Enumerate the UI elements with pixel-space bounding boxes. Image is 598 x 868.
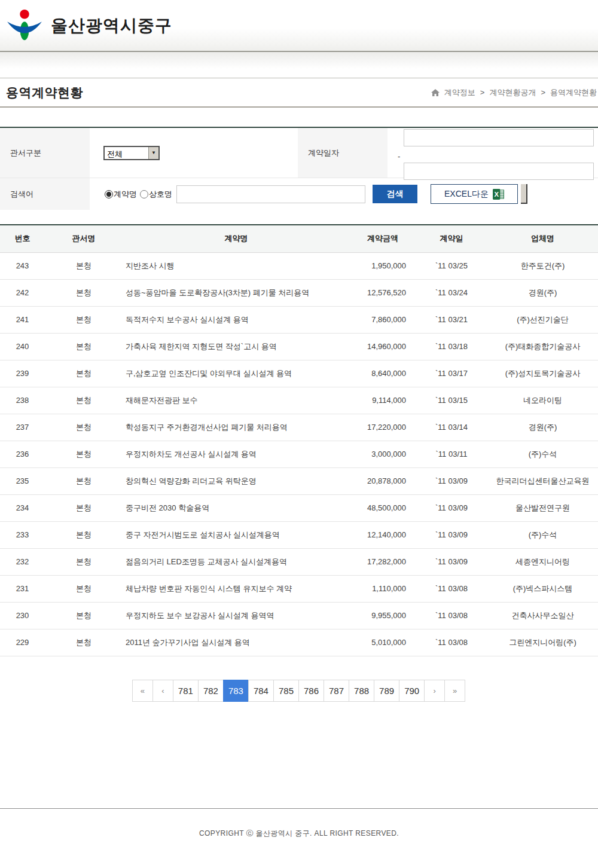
page-789[interactable]: 789 xyxy=(374,680,399,702)
cell-amount: 7,860,000 xyxy=(350,306,416,333)
table-row: 229본청2011년 숲가꾸기사업 실시설계 용역5,010,000`11 03… xyxy=(0,629,598,656)
keyword-input[interactable] xyxy=(176,185,365,203)
radio-company-name-option[interactable]: 상호명 xyxy=(140,189,172,200)
search-button[interactable]: 검색 xyxy=(373,185,417,203)
radio-company-name[interactable] xyxy=(140,190,148,198)
date-from-input[interactable] xyxy=(404,129,594,146)
cell-no: 241 xyxy=(0,306,45,333)
cell-date: `11 03/21 xyxy=(416,306,487,333)
page-788[interactable]: 788 xyxy=(349,680,374,702)
cell-company: (주)선진기술단 xyxy=(487,306,598,333)
radio-contract-name-option[interactable]: 계약명 xyxy=(105,189,137,200)
office-select-cell: 전체 ▼ xyxy=(90,128,298,178)
radio-contract-name[interactable] xyxy=(105,190,113,198)
cell-date: `11 03/17 xyxy=(416,360,487,387)
cell-amount: 14,960,000 xyxy=(350,333,416,360)
table-header-row: 번호 관서명 계약명 계약금액 계약일 업체명 xyxy=(0,225,598,252)
cell-date: `11 03/18 xyxy=(416,333,487,360)
excel-download-label: EXCEL다운 xyxy=(444,189,489,200)
breadcrumb-separator: > xyxy=(541,88,545,97)
cell-date: `11 03/15 xyxy=(416,387,487,414)
cell-contract-name: 가축사육 제한지역 지형도면 작성`고시 용역 xyxy=(123,333,350,360)
cell-company: (주)수석 xyxy=(487,441,598,467)
col-header-no: 번호 xyxy=(0,225,45,252)
page-785[interactable]: 785 xyxy=(273,680,299,702)
date-to-input[interactable] xyxy=(404,163,594,180)
cell-office: 본청 xyxy=(45,279,123,306)
cell-contract-name: 학성동지구 주거환경개선사업 폐기물 처리용역 xyxy=(123,414,350,441)
cell-company: 울산발전연구원 xyxy=(487,494,598,521)
excel-download-button[interactable]: EXCEL다운 X xyxy=(431,184,518,204)
cell-amount: 8,640,000 xyxy=(350,360,416,387)
cell-amount: 5,010,000 xyxy=(350,629,416,656)
office-select[interactable]: 전체 ▼ xyxy=(103,146,160,160)
excel-icon: X xyxy=(493,189,504,200)
page-787[interactable]: 787 xyxy=(324,680,349,702)
cell-company: 경원(주) xyxy=(487,414,598,441)
cell-no: 235 xyxy=(0,467,45,494)
cell-amount: 20,878,000 xyxy=(350,467,416,494)
cell-date: `11 03/08 xyxy=(416,575,487,602)
table-row: 235본청창의혁신 역량강화 리더교육 위탁운영20,878,000`11 03… xyxy=(0,467,598,494)
cell-amount: 1,110,000 xyxy=(350,575,416,602)
date-range: - xyxy=(404,129,594,180)
cell-amount: 1,950,000 xyxy=(350,252,416,279)
cell-amount: 48,500,000 xyxy=(350,494,416,521)
cell-contract-name: 창의혁신 역량강화 리더교육 위탁운영 xyxy=(123,467,350,494)
cell-no: 237 xyxy=(0,414,45,441)
breadcrumb-item-contract-info[interactable]: 계약정보 xyxy=(444,87,475,98)
breadcrumb-item-status-open[interactable]: 계약현황공개 xyxy=(489,87,536,98)
table-row: 236본청우정지하차도 개선공사 실시설계 용역3,000,000`11 03/… xyxy=(0,441,598,467)
cell-no: 229 xyxy=(0,629,45,656)
select-arrow-icon[interactable]: ▼ xyxy=(148,147,158,159)
col-header-amount: 계약금액 xyxy=(350,225,416,252)
cell-date: `11 03/14 xyxy=(416,414,487,441)
page-786[interactable]: 786 xyxy=(298,680,324,702)
page-782[interactable]: 782 xyxy=(198,680,224,702)
cell-date: `11 03/09 xyxy=(416,521,487,548)
keyword-radio-group: 계약명 상호명 xyxy=(105,189,176,200)
table-row: 237본청학성동지구 주거환경개선사업 폐기물 처리용역17,220,000`1… xyxy=(0,414,598,441)
filter-row-2: 검색어 계약명 상호명 검색 EXCEL다운 xyxy=(0,178,598,210)
cell-date: `11 03/09 xyxy=(416,467,487,494)
table-row: 239본청구,삼호교옆 인조잔디및 야외무대 실시설계 용역8,640,000`… xyxy=(0,360,598,387)
page-784[interactable]: 784 xyxy=(248,680,274,702)
office-type-label: 관서구분 xyxy=(0,128,90,178)
city-emblem-icon xyxy=(6,9,43,42)
col-header-date: 계약일 xyxy=(416,225,487,252)
contract-date-label: 계약일자 xyxy=(298,128,388,178)
home-icon xyxy=(431,89,440,96)
cell-contract-name: 체납차량 번호판 자동인식 시스템 유지보수 계약 xyxy=(123,575,350,602)
page-781[interactable]: 781 xyxy=(173,680,199,702)
cell-contract-name: 중구비전 2030 학술용역 xyxy=(123,494,350,521)
cell-company: 네오라이팅 xyxy=(487,387,598,414)
cell-no: 233 xyxy=(0,521,45,548)
scrollbar-fragment xyxy=(521,184,527,204)
table-row: 242본청성동~풍암마을 도로확장공사(3차분) 폐기물 처리용역12,576,… xyxy=(0,279,598,306)
cell-amount: 17,220,000 xyxy=(350,414,416,441)
cell-office: 본청 xyxy=(45,548,123,575)
cell-company: 한주토건(주) xyxy=(487,252,598,279)
cell-amount: 9,955,000 xyxy=(350,602,416,629)
pagination-last[interactable]: » xyxy=(444,680,465,702)
cell-office: 본청 xyxy=(45,333,123,360)
title-row: 용역계약현황 계약정보 > 계약현황공개 > 용역계약현황 xyxy=(0,78,598,108)
cell-office: 본청 xyxy=(45,494,123,521)
cell-company: (주)수석 xyxy=(487,521,598,548)
cell-contract-name: 재해문자전광판 보수 xyxy=(123,387,350,414)
cell-no: 243 xyxy=(0,252,45,279)
page-783[interactable]: 783 xyxy=(223,680,249,702)
col-header-contract-name: 계약명 xyxy=(123,225,350,252)
pagination-prev[interactable]: ‹ xyxy=(152,680,173,702)
cell-date: `11 03/09 xyxy=(416,548,487,575)
cell-contract-name: 2011년 숲가꾸기사업 실시설계 용역 xyxy=(123,629,350,656)
copyright-text: COPYRIGHT ⓒ 울산광역시 중구. ALL RIGHT RESERVED… xyxy=(0,829,598,839)
site-logo[interactable]: 울산광역시중구 xyxy=(6,9,172,42)
cell-amount: 9,114,000 xyxy=(350,387,416,414)
breadcrumb-item-current: 용역계약현황 xyxy=(550,87,597,98)
breadcrumb: 계약정보 > 계약현황공개 > 용역계약현황 xyxy=(431,87,597,98)
page-790[interactable]: 790 xyxy=(399,680,425,702)
pagination-first[interactable]: « xyxy=(132,680,153,702)
cell-contract-name: 중구 자전거시범도로 설치공사 실시설계용역 xyxy=(123,521,350,548)
pagination-next[interactable]: › xyxy=(424,680,445,702)
